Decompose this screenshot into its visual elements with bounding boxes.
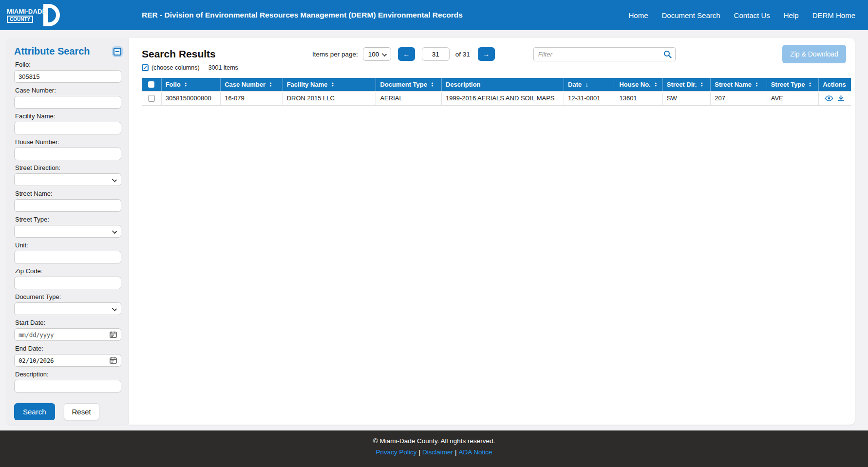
results-table: Folio Case Number Facility Name Document… <box>142 78 851 106</box>
select-all-checkbox[interactable] <box>148 81 154 88</box>
page-title: RER - Division of Environmental Resource… <box>142 11 463 19</box>
sort-icon[interactable] <box>184 82 188 87</box>
col-street-type-label: Street Type <box>771 81 805 88</box>
table-row: 3058150000800 16-079 DRON 2015 LLC AERIA… <box>142 91 851 105</box>
nav-derm-home[interactable]: DERM Home <box>812 11 855 19</box>
end-date-label: End Date: <box>15 345 121 352</box>
sort-icon[interactable] <box>755 82 758 87</box>
choose-columns-label: (choose columns) <box>151 64 200 71</box>
next-page-button[interactable] <box>478 47 495 61</box>
miami-dade-logo[interactable]: MIAMI-DADE COUNTY <box>7 4 60 26</box>
cell-document-type: AERIAL <box>376 91 442 105</box>
end-date-value: 02/10/2026 <box>19 357 54 364</box>
items-per-page-label: Items per page: <box>312 51 358 58</box>
view-eye-icon[interactable] <box>825 95 833 101</box>
document-type-select[interactable] <box>14 302 121 315</box>
cell-street-name: 207 <box>711 91 767 105</box>
copyright-text: © Miami-Dade County. All rights reserved… <box>0 437 868 445</box>
start-date-input[interactable]: mm/dd/yyyy <box>14 328 121 341</box>
col-street-dir: Street Dir. <box>662 78 710 91</box>
top-navigation: Home Document Search Contact Us Help DER… <box>629 11 856 19</box>
search-icon[interactable] <box>663 50 672 58</box>
nav-document-search[interactable]: Document Search <box>662 11 720 19</box>
col-house-no-label: House No. <box>619 81 650 88</box>
col-document-type: Document Type <box>376 78 442 91</box>
cell-description: 1999-2016 AERIALS AND SOIL MAPS <box>442 91 564 105</box>
ada-notice-link[interactable]: ADA Notice <box>459 448 492 456</box>
sort-icon[interactable] <box>654 82 658 87</box>
footer-links: Privacy Policy|Disclaimer|ADA Notice <box>0 448 868 456</box>
street-type-select[interactable] <box>14 225 121 238</box>
chevron-down-icon <box>112 306 117 311</box>
street-name-label: Street Name: <box>15 190 121 197</box>
case-number-input[interactable] <box>14 96 121 109</box>
house-number-input[interactable] <box>14 148 121 160</box>
previous-page-button[interactable] <box>398 47 415 61</box>
table-header-row: Folio Case Number Facility Name Document… <box>142 78 851 91</box>
search-results-panel: Search Results Items per page: 100 of 31… <box>129 38 855 425</box>
facility-name-label: Facility Name: <box>15 112 121 120</box>
zip-code-label: Zip Code: <box>15 267 121 275</box>
row-select-cell <box>142 91 161 105</box>
end-date-input[interactable]: 02/10/2026 <box>14 354 121 367</box>
cell-actions <box>819 91 851 105</box>
sort-icon[interactable] <box>269 82 272 87</box>
logo-line1: MIAMI-DADE <box>7 8 46 15</box>
col-case-number-label: Case Number <box>225 81 265 88</box>
calendar-icon[interactable] <box>110 357 117 364</box>
link-separator: | <box>418 448 420 456</box>
chevron-down-icon <box>112 229 117 234</box>
col-folio: Folio <box>161 78 221 91</box>
attribute-search-title: Attribute Search <box>14 46 90 57</box>
link-separator: | <box>455 448 457 456</box>
calendar-icon[interactable] <box>110 331 117 338</box>
items-count: 3001 items <box>208 64 238 71</box>
content-area: Attribute Search Folio: Case Number: Fac… <box>0 30 868 428</box>
nav-contact-us[interactable]: Contact Us <box>734 11 770 19</box>
description-input[interactable] <box>14 380 121 392</box>
attribute-search-panel: Attribute Search Folio: Case Number: Fac… <box>6 38 129 425</box>
cell-date: 12-31-0001 <box>564 91 615 105</box>
download-icon[interactable] <box>837 95 845 102</box>
disclaimer-link[interactable]: Disclaimer <box>422 448 453 456</box>
sort-icon[interactable] <box>331 82 335 87</box>
cell-folio: 3058150000800 <box>161 91 221 105</box>
collapse-panel-icon[interactable] <box>113 48 121 56</box>
house-number-label: House Number: <box>15 138 121 146</box>
search-button[interactable]: Search <box>14 403 55 420</box>
app-header: MIAMI-DADE COUNTY RER - Division of Envi… <box>0 0 868 30</box>
choose-columns-checkbox[interactable] <box>142 64 149 71</box>
nav-help[interactable]: Help <box>784 11 799 19</box>
col-street-name-label: Street Name <box>715 81 752 88</box>
filter-input[interactable] <box>533 47 676 61</box>
sort-icon[interactable] <box>809 82 812 87</box>
sort-icon[interactable] <box>431 82 434 87</box>
facility-name-input[interactable] <box>14 122 121 134</box>
folio-input[interactable] <box>14 70 121 83</box>
reset-button[interactable]: Reset <box>64 403 99 420</box>
cell-case-number: 16-079 <box>221 91 283 105</box>
cell-facility-name: DRON 2015 LLC <box>283 91 376 105</box>
start-date-value: mm/dd/yyyy <box>19 331 54 338</box>
zip-code-input[interactable] <box>14 277 121 289</box>
row-checkbox[interactable] <box>148 95 155 102</box>
zip-and-download-button[interactable]: Zip & Download <box>782 45 846 63</box>
privacy-policy-link[interactable]: Privacy Policy <box>376 448 416 456</box>
chevron-down-icon <box>382 52 387 56</box>
cell-house-no: 13601 <box>615 91 662 105</box>
col-actions: Actions <box>819 78 851 91</box>
street-direction-label: Street Direction: <box>15 164 121 171</box>
street-direction-select[interactable] <box>14 173 121 186</box>
sort-icon[interactable] <box>700 82 703 87</box>
sort-descending-icon[interactable] <box>585 80 588 88</box>
cell-street-type: AVE <box>767 91 818 105</box>
unit-input[interactable] <box>14 251 121 263</box>
col-folio-label: Folio <box>166 81 181 88</box>
page-number-input[interactable] <box>422 47 450 61</box>
nav-home[interactable]: Home <box>629 11 648 19</box>
logo-line2: COUNTY <box>7 16 33 23</box>
description-label: Description: <box>15 371 121 378</box>
items-per-page-select[interactable]: 100 <box>363 47 391 61</box>
unit-label: Unit: <box>15 242 121 249</box>
street-name-input[interactable] <box>14 199 121 212</box>
